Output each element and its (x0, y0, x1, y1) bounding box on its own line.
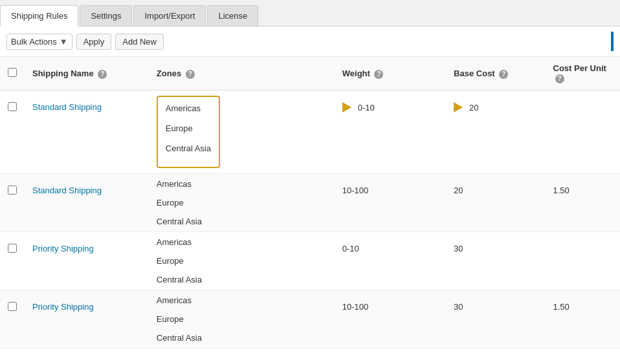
row-shipping-name: Priority Shipping (25, 232, 149, 290)
row-cost-per-unit: 1.50 (546, 174, 620, 232)
zone-item: Central Asia (157, 333, 327, 343)
row-shipping-name: Priority Shipping (25, 290, 149, 348)
base-cost-value: 20 (469, 103, 478, 112)
row-checkbox[interactable] (8, 244, 17, 253)
add-new-button[interactable]: Add New (115, 34, 164, 50)
weight-value: 0-10 (358, 103, 375, 112)
zone-item: Europe (166, 122, 211, 136)
row-zones: AmericasEuropeCentral Asia (149, 91, 335, 174)
row-weight: 10-100 (335, 174, 446, 232)
row-shipping-name: Standard Shipping (25, 91, 149, 174)
arrow-icon (454, 102, 467, 112)
table-body: Standard ShippingAmericasEuropeCentral A… (0, 91, 620, 348)
table-row: Priority ShippingAmericasEuropeCentral A… (0, 232, 620, 290)
shipping-rules-table: Shipping Name ? Zones ? Weight ? Base Co… (0, 57, 620, 348)
tab-license[interactable]: License (207, 5, 258, 26)
zone-item: Americas (157, 295, 327, 305)
zone-item: Central Asia (157, 275, 327, 284)
shipping-name-link[interactable]: Standard Shipping (32, 186, 102, 195)
zone-item: Europe (157, 198, 327, 208)
table-row: Standard ShippingAmericasEuropeCentral A… (0, 174, 620, 232)
row-zones: AmericasEuropeCentral Asia (149, 290, 335, 348)
row-zones: AmericasEuropeCentral Asia (149, 232, 335, 290)
tab-settings[interactable]: Settings (80, 5, 132, 26)
row-base-cost: 30 (446, 232, 545, 290)
row-checkbox-cell (0, 290, 25, 348)
zone-item: Americas (157, 237, 327, 247)
header-checkbox-cell (0, 57, 25, 91)
table-row: Priority ShippingAmericasEuropeCentral A… (0, 290, 620, 348)
base-cost-with-arrow: 20 (454, 102, 537, 112)
shipping-name-help-icon[interactable]: ? (98, 70, 107, 79)
shipping-name-link[interactable]: Priority Shipping (32, 302, 94, 312)
row-cost-per-unit (546, 91, 620, 174)
zone-item: Europe (157, 314, 327, 324)
weight-help-icon[interactable]: ? (374, 70, 383, 79)
row-checkbox-cell (0, 91, 25, 174)
shipping-name-link[interactable]: Standard Shipping (32, 102, 102, 112)
row-zones: AmericasEuropeCentral Asia (149, 174, 335, 232)
row-checkbox[interactable] (8, 186, 17, 195)
zone-item: Europe (157, 256, 327, 266)
row-shipping-name: Standard Shipping (25, 174, 149, 232)
row-checkbox[interactable] (8, 102, 17, 111)
zone-item: Central Asia (166, 142, 211, 156)
row-weight: 0-10 (335, 232, 446, 290)
cpu-help-icon[interactable]: ? (555, 74, 564, 83)
base-cost-help-icon[interactable]: ? (499, 70, 508, 79)
table-container: Shipping Name ? Zones ? Weight ? Base Co… (0, 57, 620, 348)
header-cost-per-unit: Cost Per Unit ? (546, 57, 620, 91)
row-base-cost: 30 (446, 290, 545, 348)
zone-item: Central Asia (157, 217, 327, 226)
header-weight: Weight ? (335, 57, 446, 91)
app-wrapper: Shipping RulesSettingsImport/ExportLicen… (0, 0, 620, 364)
row-weight: 10-100 (335, 290, 446, 348)
row-base-cost: 20 (446, 91, 545, 174)
tab-shipping-rules[interactable]: Shipping Rules (0, 5, 78, 27)
toolbar: Bulk Actions ▼ Apply Add New (0, 27, 620, 57)
zones-help-icon[interactable]: ? (186, 70, 195, 79)
bulk-actions-label: Bulk Actions (11, 37, 57, 47)
row-base-cost: 20 (446, 174, 545, 232)
zone-item: Americas (157, 179, 327, 189)
dropdown-arrow-icon: ▼ (60, 37, 68, 47)
header-shipping-name: Shipping Name ? (25, 57, 149, 91)
row-checkbox[interactable] (8, 302, 17, 311)
row-cost-per-unit: 1.50 (546, 290, 620, 348)
row-checkbox-cell (0, 232, 25, 290)
bulk-actions-dropdown[interactable]: Bulk Actions ▼ (6, 34, 72, 50)
table-row: Standard ShippingAmericasEuropeCentral A… (0, 91, 620, 174)
apply-button[interactable]: Apply (76, 34, 112, 50)
table-header-row: Shipping Name ? Zones ? Weight ? Base Co… (0, 57, 620, 91)
tab-import-export[interactable]: Import/Export (133, 5, 206, 26)
row-checkbox-cell (0, 174, 25, 232)
tab-bar: Shipping RulesSettingsImport/ExportLicen… (0, 0, 620, 27)
row-cost-per-unit (546, 232, 620, 290)
row-weight: 0-10 (335, 91, 446, 174)
weight-with-arrow: 0-10 (342, 102, 438, 112)
arrow-icon (342, 102, 355, 112)
header-base-cost: Base Cost ? (446, 57, 545, 91)
shipping-name-link[interactable]: Priority Shipping (32, 244, 94, 253)
blue-accent-bar (611, 32, 614, 51)
select-all-checkbox[interactable] (8, 68, 17, 77)
zone-item: Americas (166, 102, 211, 116)
header-zones: Zones ? (149, 57, 335, 91)
